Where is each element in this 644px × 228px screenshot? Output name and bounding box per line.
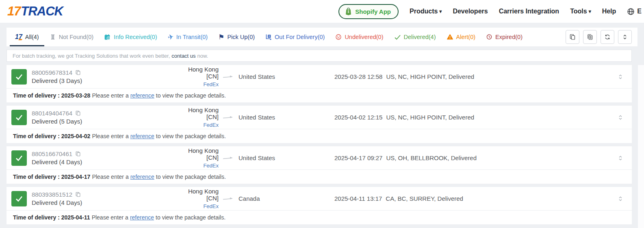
row-expand-icon[interactable] [616,74,625,80]
17track-mini-icon: 17 [15,33,22,41]
row-checkbox[interactable] [11,69,27,85]
tab-alert[interactable]: Alert(0) [441,28,481,46]
copy-icon [569,34,576,40]
row-checkbox[interactable] [11,110,27,125]
copy-list-button[interactable] [583,30,597,44]
row-expand-icon[interactable] [616,196,625,202]
17track-logo[interactable]: 17TRACK [7,4,63,19]
history-clock-icon [486,34,492,40]
tab-label: All [25,34,32,40]
nav-carriers-integration[interactable]: Carriers Integration [499,8,559,15]
copy-icon[interactable] [75,110,81,116]
origin-country: Hong Kong [CN] [175,147,219,161]
shipment-row[interactable]: 880516670461 Delivered (4 Days) Hong Kon… [7,146,632,169]
copy-icon[interactable] [75,69,81,76]
shipment-status: Delivered (4 Days) [32,199,175,206]
tab-count: (0) [468,34,475,40]
event-description: US, NC, HIGH POINT, Delivered [386,114,474,121]
tab-count: (0) [86,34,93,40]
reference-note: Please enter a [92,174,128,180]
reference-note: to view the package details. [156,92,226,99]
check-icon [15,114,23,121]
delivery-detail-row: Time of delivery : 2025-04-17 Please ent… [7,170,632,184]
tracking-number[interactable]: 880149404764 [32,110,72,117]
event-time: 2025-04-17 09:27 [334,154,382,161]
contact-us-link[interactable]: contact us [171,53,195,59]
copy-icon[interactable] [75,151,81,157]
row-checkbox[interactable] [11,191,27,206]
shipment-card: 880059678314 Delivered (3 Days) Hong Kon… [7,65,632,102]
row-expand-icon[interactable] [616,155,625,161]
tab-delivered[interactable]: Delivered(4) [389,28,441,46]
tab-not-found[interactable]: Not Found(0) [44,28,99,46]
shopify-app-label: Shopify App [355,8,391,15]
reference-note: to view the package details. [156,133,226,139]
nav-developers[interactable]: Developers [453,8,488,15]
tab-count: (0) [376,34,384,40]
tab-label: Undelivered [345,34,376,40]
logo-name: TRACK [21,4,63,18]
tab-in-transit[interactable]: ✈ In Transit(0) [163,28,213,46]
route-arrow-icon [223,75,233,79]
tab-label: Expired [495,34,515,40]
tab-label: Delivered [404,34,429,40]
nav-products[interactable]: Products [410,8,442,15]
tab-info-received[interactable]: Info Received(0) [99,28,162,46]
shipment-row[interactable]: 880393851512 Delivered (4 Days) Hong Kon… [7,187,632,210]
shipment-row[interactable]: 880059678314 Delivered (3 Days) Hong Kon… [7,65,632,88]
tab-undelivered[interactable]: Undelivered(0) [330,28,388,46]
top-header: 17TRACK Shopify App Products Developers … [0,0,644,23]
carrier-link[interactable]: FedEx [175,163,219,169]
refresh-button[interactable] [601,30,614,44]
expand-collapse-button[interactable] [618,30,632,44]
carrier-link[interactable]: FedEx [175,81,219,87]
carrier-link[interactable]: FedEx [175,122,219,128]
tab-label: Out For Delivery [275,34,318,40]
copy-list-icon [587,34,593,40]
tab-out-for-delivery[interactable]: Out For Delivery(0) [260,28,330,46]
event-description: CA, BC, SURREY, Delivered [386,195,463,202]
shopify-app-button[interactable]: Shopify App [338,4,399,19]
tracking-number[interactable]: 880516670461 [32,150,72,157]
reference-note: Please enter a [92,92,128,99]
shipment-card: 880149404764 Delivered (5 Days) Hong Kon… [7,106,632,143]
shipment-row[interactable]: 880149404764 Delivered (5 Days) Hong Kon… [7,106,632,129]
tracking-number[interactable]: 880059678314 [32,69,72,76]
tab-all[interactable]: 17 All(4) [10,28,44,46]
language-selector[interactable]: E [627,8,642,15]
tab-pick-up[interactable]: ⚑ Pick Up(0) [213,28,260,46]
route-arrow-icon [223,156,233,160]
reference-note: to view the package details. [156,174,226,180]
origin-country: Hong Kong [CN] [175,66,219,80]
flag-icon: ⚑ [218,34,224,41]
right-panel-strip [638,65,644,228]
reference-link[interactable]: reference [130,133,154,139]
tab-expired[interactable]: Expired(0) [481,28,528,46]
reference-link[interactable]: reference [130,214,154,221]
route-arrow-icon [223,115,233,119]
row-expand-icon[interactable] [616,115,625,120]
nav-help[interactable]: Help [602,8,616,15]
destination-country: Canada [239,195,334,202]
copy-icon[interactable] [75,191,81,198]
nav-label: Tools [570,8,587,15]
nav-tools[interactable]: Tools [570,8,591,15]
copy-button[interactable] [566,30,579,44]
route-arrow-icon [223,197,233,201]
destination-country: United States [239,114,334,121]
row-checkbox[interactable] [11,150,27,166]
shopify-bag-icon [345,7,352,16]
event-description: US, NC, HIGH POINT, Delivered [386,73,474,80]
notice-text: now. [197,53,208,59]
reference-link[interactable]: reference [130,174,154,180]
warning-triangle-icon [447,34,453,40]
tracking-number[interactable]: 880393851512 [32,191,72,198]
tab-label: Pick Up [227,34,247,40]
tab-count: (0) [515,34,523,40]
time-of-delivery-label: Time of delivery : 2025-04-02 [13,133,90,139]
logo-mark: 17 [7,4,21,18]
reference-note: to view the package details. [156,214,226,221]
nav-label: Products [410,8,438,15]
carrier-link[interactable]: FedEx [175,203,219,209]
reference-link[interactable]: reference [130,92,154,99]
